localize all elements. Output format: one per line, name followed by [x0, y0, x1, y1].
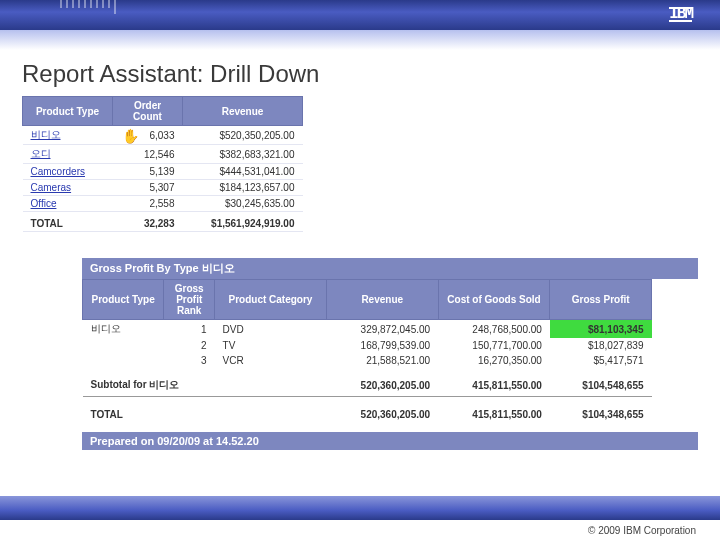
cell: 16,270,350.00 [438, 353, 550, 368]
grandtotal-gp: $104,348,655 [550, 397, 652, 433]
cell: 150,771,700.00 [438, 338, 550, 353]
row-link[interactable]: Camcorders [23, 164, 113, 180]
cell: 21,588,521.00 [326, 353, 438, 368]
col-order-count: Order Count [113, 97, 183, 126]
row-link[interactable]: 비디오 [23, 126, 113, 145]
cell: 248,768,500.00 [438, 320, 550, 339]
grandtotal-rev: 520,360,205.00 [326, 397, 438, 433]
cell: $184,123,657.00 [183, 180, 303, 196]
cell: $444,531,041.00 [183, 164, 303, 180]
group-label: 비디오 [83, 320, 164, 339]
prepared-bar: Prepared on 09/20/09 at 14.52.20 [82, 432, 698, 450]
cell: 5,139 [113, 164, 183, 180]
grandtotal-cogs: 415,811,550.00 [438, 397, 550, 433]
cell: 3 [164, 353, 215, 368]
header-band: IBM [0, 0, 720, 30]
cell: TV [215, 338, 327, 353]
col2-cogs: Cost of Goods Sold [438, 280, 550, 320]
row-link[interactable]: Cameras [23, 180, 113, 196]
cell: 5,307 [113, 180, 183, 196]
cell: $18,027,839 [550, 338, 652, 353]
header-fade [0, 30, 720, 50]
cell: $520,350,205.00 [183, 126, 303, 145]
copyright: © 2009 IBM Corporation [588, 525, 696, 536]
total-count: 32,283 [113, 212, 183, 232]
col2-cat: Product Category [215, 280, 327, 320]
col2-rank: Gross Profit Rank [164, 280, 215, 320]
page-title: Report Assistant: Drill Down [0, 50, 720, 96]
cell: VCR [215, 353, 327, 368]
total-rev: $1,561,924,919.00 [183, 212, 303, 232]
subtotal-rev: 520,360,205.00 [326, 368, 438, 397]
cell: 168,799,539.00 [326, 338, 438, 353]
subtotal-label: Subtotal for 비디오 [83, 368, 327, 397]
col-revenue: Revenue [183, 97, 303, 126]
drilldown-title: Gross Profit By Type 비디오 [82, 258, 698, 279]
col2-type: Product Type [83, 280, 164, 320]
cell: $30,245,635.00 [183, 196, 303, 212]
col-product-type: Product Type [23, 97, 113, 126]
cell: DVD [215, 320, 327, 339]
cell: $5,417,571 [550, 353, 652, 368]
cursor-icon: ✋ [122, 128, 139, 144]
footer-band [0, 496, 720, 520]
subtotal-gp: $104,548,655 [550, 368, 652, 397]
cell: 329,872,045.00 [326, 320, 438, 339]
grandtotal-label: TOTAL [83, 397, 327, 433]
cell-highlight: $81,103,345 [550, 320, 652, 339]
cell: $382,683,321.00 [183, 145, 303, 164]
ibm-logo: IBM [669, 5, 692, 23]
col2-rev: Revenue [326, 280, 438, 320]
col2-gp: Gross Profit [550, 280, 652, 320]
row-link[interactable]: Office [23, 196, 113, 212]
row-link[interactable]: 오디 [23, 145, 113, 164]
subtotal-cogs: 415,811,550.00 [438, 368, 550, 397]
summary-table: Product Type Order Count Revenue 비디오6,03… [22, 96, 303, 232]
cell: 12,546 [113, 145, 183, 164]
cell: 2,558 [113, 196, 183, 212]
drilldown-table: Product Type Gross Profit Rank Product C… [82, 279, 652, 432]
cell: 2 [164, 338, 215, 353]
total-label: TOTAL [23, 212, 113, 232]
cell: 1 [164, 320, 215, 339]
